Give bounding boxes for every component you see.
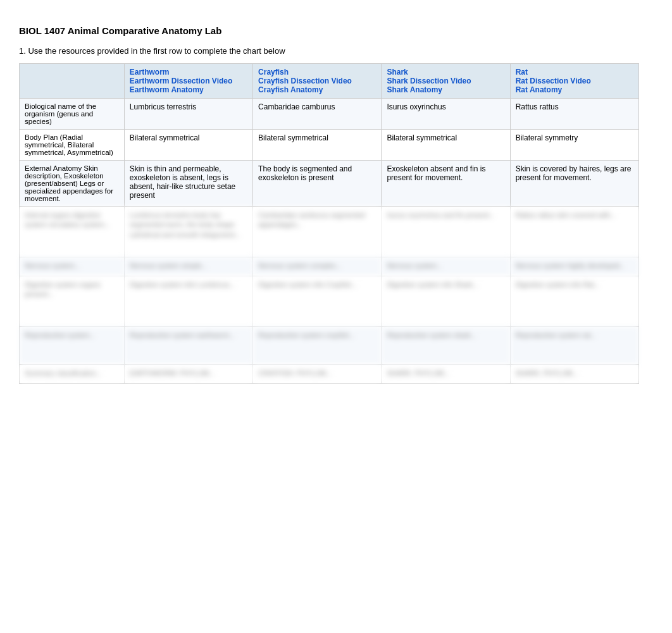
table-row: Nervous system... Nervous system simple.… [20,257,639,276]
table-row: Internal organs digestive system circula… [20,207,639,257]
row-label-blurred-3: Digestive system organs present... [20,276,125,327]
rat-animal-name: Rat [516,68,528,77]
shark-animal-name: Shark [387,68,408,77]
table-row: External Anatomy Skin description, Exosk… [20,161,639,207]
shark-body-plan: Bilateral symmetrical [382,130,510,161]
crayfish-anatomy-link[interactable]: Crayfish Anatomy [258,85,376,94]
table-row: Summary classification... EARTHWORM: PHY… [20,365,639,384]
shark-blurred-4: Reproductive system shark... [382,327,510,365]
rat-blurred-3: Digestive system info Rat... [510,276,638,327]
earthworm-blurred-5: EARTHWORM: PHYLUM... [124,365,252,384]
rat-external-anatomy: Skin is covered by haires, legs are pres… [510,161,638,207]
table-row: Body Plan (Radial symmetrical, Bilateral… [20,130,639,161]
table-row: Reproductive system... Reproductive syst… [20,327,639,365]
earthworm-external-anatomy: Skin is thin and permeable, exoskeleton … [124,161,252,207]
earthworm-body-plan: Bilateral symmetrical [124,130,252,161]
earthworm-animal-name: Earthworm [130,68,170,77]
row-label-blurred-2: Nervous system... [20,257,125,276]
shark-blurred-5: SHARK: PHYLUM... [382,365,510,384]
crayfish-dissection-link[interactable]: Crayfish Dissection Video [258,77,376,85]
header-shark: Shark Shark Dissection Video Shark Anato… [382,64,510,99]
earthworm-biological-name: Lumbricus terrestris [124,99,252,130]
earthworm-blurred-4: Reproductive system earthworm... [124,327,252,365]
shark-blurred-3: Digestive system info Shark... [382,276,510,327]
header-label-col [20,64,125,99]
anatomy-table: Earthworm Earthworm Dissection Video Ear… [19,63,639,384]
crayfish-external-anatomy: The body is segmented and exoskeleton is… [253,161,382,207]
crayfish-blurred-3: Digestive system info Crayfish... [253,276,382,327]
crayfish-blurred-2: Nervous system complex... [253,257,382,276]
shark-anatomy-link[interactable]: Shark Anatomy [387,85,504,94]
shark-dissection-link[interactable]: Shark Dissection Video [387,77,504,85]
instruction: 1. Use the resources provided in the fir… [19,46,653,56]
row-label-blurred-1: Internal organs digestive system circula… [20,207,125,257]
shark-blurred-1: Isurus oxyrinchus and fin present... [382,207,510,257]
row-label-blurred-5: Summary classification... [20,365,125,384]
rat-blurred-5: SHARK: PHYLUM... [510,365,638,384]
rat-anatomy-link[interactable]: Rat Anatomy [516,85,633,94]
row-label-external-anatomy: External Anatomy Skin description, Exosk… [20,161,125,207]
rat-biological-name: Rattus rattus [510,99,638,130]
page-title: BIOL 1407 Animal Comparative Anatomy Lab [19,25,653,36]
table-row: Biological name of the organism (genus a… [20,99,639,130]
row-label-body-plan: Body Plan (Radial symmetrical, Bilateral… [20,130,125,161]
crayfish-body-plan: Bilateral symmetrical [253,130,382,161]
shark-biological-name: Isurus oxyrinchus [382,99,510,130]
table-header-row: Earthworm Earthworm Dissection Video Ear… [20,64,639,99]
rat-body-plan: Bilateral symmetry [510,130,638,161]
crayfish-blurred-1: Cambaridae camburus segmented appendages… [253,207,382,257]
rat-dissection-link[interactable]: Rat Dissection Video [516,77,633,85]
earthworm-anatomy-link[interactable]: Earthworm Anatomy [130,85,247,94]
shark-blurred-2: Nervous system... [382,257,510,276]
crayfish-blurred-4: Reproductive system crayfish... [253,327,382,365]
earthworm-dissection-link[interactable]: Earthworm Dissection Video [130,77,247,85]
crayfish-biological-name: Cambaridae camburus [253,99,382,130]
rat-blurred-4: Reproductive system rat... [510,327,638,365]
crayfish-animal-name: Crayfish [258,68,289,77]
rat-blurred-1: Rattus rattus skin covered with... [510,207,638,257]
table-row: Digestive system organs present... Diges… [20,276,639,327]
earthworm-blurred-2: Nervous system simple... [124,257,252,276]
earthworm-blurred-1: Lumbricus terrestris body has segmented … [124,207,252,257]
header-crayfish: Crayfish Crayfish Dissection Video Crayf… [253,64,382,99]
shark-external-anatomy: Exoskeleton absent and fin is present fo… [382,161,510,207]
row-label-blurred-4: Reproductive system... [20,327,125,365]
earthworm-blurred-3: Digestive system info Lumbricus... [124,276,252,327]
header-rat: Rat Rat Dissection Video Rat Anatomy [510,64,638,99]
header-earthworm: Earthworm Earthworm Dissection Video Ear… [124,64,252,99]
crayfish-blurred-5: CRAYFISH: PHYLUM... [253,365,382,384]
rat-blurred-2: Nervous system highly developed... [510,257,638,276]
row-label-biological: Biological name of the organism (genus a… [20,99,125,130]
